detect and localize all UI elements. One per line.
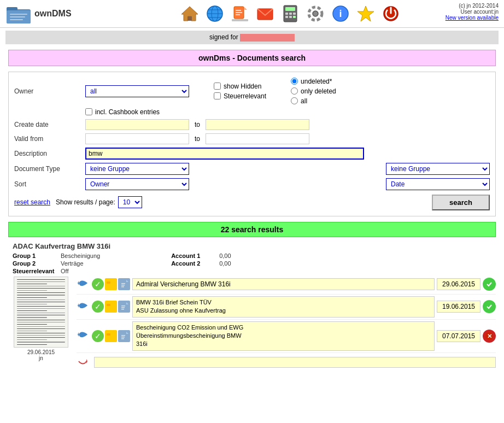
- search-form: Owner all show Hidden Steuerrelevant: [8, 72, 496, 216]
- group2-value: Verträge: [61, 260, 84, 267]
- item-name-3-line2: Übereinstimmungsbescheinigung BMW: [136, 332, 431, 340]
- first-result-header: ADAC Kaufvertrag BMW 316i Group 1 Besche…: [8, 240, 496, 277]
- description-input[interactable]: [85, 148, 364, 160]
- item-folder-icon-3[interactable]: [105, 330, 117, 342]
- item-arrow-2[interactable]: [77, 299, 90, 315]
- undeleted-radio[interactable]: [291, 78, 298, 85]
- item-check-icon-2[interactable]: ✓: [92, 301, 104, 313]
- document-thumbnail[interactable]: [14, 277, 68, 348]
- account1-key: Account 1: [171, 252, 215, 259]
- valid-from-to-label: to: [195, 135, 200, 143]
- svg-marker-14: [244, 7, 247, 10]
- nav-icons: i: [83, 4, 499, 24]
- scan-nav-icon[interactable]: [230, 4, 250, 24]
- page-title: ownDms - Documents search: [8, 50, 496, 66]
- calculator-nav-icon[interactable]: [280, 4, 300, 24]
- all-radio[interactable]: [291, 97, 298, 104]
- search-button[interactable]: search: [432, 195, 490, 210]
- item-name-1[interactable]: Admiral Versicherung BMW 316i: [132, 278, 435, 290]
- item-icons-2: ✓: [92, 301, 130, 313]
- svg-rect-18: [232, 19, 248, 21]
- owner-select[interactable]: all: [85, 85, 189, 97]
- steuerrelevant-checkbox[interactable]: [214, 92, 221, 99]
- item-action-1[interactable]: [483, 278, 496, 291]
- only-deleted-radio-row: only deleted: [291, 87, 336, 95]
- item-arrow-1[interactable]: [77, 277, 90, 292]
- item-doc-icon-3[interactable]: [118, 330, 130, 342]
- items-column: ✓: [77, 277, 496, 374]
- new-version-link[interactable]: New version available: [446, 15, 499, 21]
- svg-rect-7: [187, 16, 192, 21]
- results-container: 29.06.2015 jn ✓: [8, 277, 496, 374]
- item-name-3[interactable]: Bescheinigung CO2 Emission und EWG Übere…: [132, 321, 435, 351]
- item-folder-icon-1[interactable]: [105, 278, 117, 290]
- steuerrelevant-meta-key: Steuerrelevant: [13, 268, 56, 274]
- create-date-to-input[interactable]: [206, 119, 309, 130]
- show-hidden-label: show Hidden: [224, 83, 261, 90]
- sort-left-select[interactable]: Owner: [85, 178, 189, 190]
- item-icons-3: ✓: [92, 330, 130, 342]
- show-results-label: Show results / page:: [56, 198, 115, 206]
- item-check-icon-1[interactable]: ✓: [92, 278, 104, 290]
- star-nav-icon[interactable]: [356, 4, 376, 24]
- svg-marker-34: [78, 281, 79, 285]
- undeleted-label: undeleted*: [301, 78, 332, 85]
- item-date-3: 07.07.2015: [437, 330, 480, 342]
- reset-search-link[interactable]: reset search: [14, 198, 50, 206]
- valid-to-input[interactable]: [206, 133, 309, 144]
- delete-status-radio-area: undeleted* only deleted all: [291, 78, 336, 105]
- show-hidden-checkbox[interactable]: [214, 83, 221, 90]
- svg-rect-5: [10, 19, 23, 20]
- header: ownDMS: [0, 0, 504, 28]
- create-date-from-input[interactable]: [85, 119, 189, 130]
- group1-key: Group 1: [13, 252, 56, 259]
- item-icons-1: ✓: [92, 278, 130, 290]
- cashbook-checkbox[interactable]: [85, 108, 92, 115]
- only-deleted-label: only deleted: [301, 87, 336, 95]
- undeleted-radio-row: undeleted*: [291, 78, 336, 85]
- item-date-2: 19.06.2015: [437, 301, 480, 313]
- main-content: ownDms - Documents search Owner all show…: [0, 47, 504, 377]
- cashbook-label: incl. Cashbook entries: [95, 108, 160, 116]
- item-action-2[interactable]: [483, 300, 496, 313]
- item-doc-icon-2[interactable]: [118, 301, 130, 313]
- svg-rect-24: [293, 13, 296, 15]
- description-label: Description: [14, 150, 85, 157]
- svg-rect-41: [121, 286, 124, 287]
- all-radio-row: all: [291, 97, 336, 105]
- item-action-3[interactable]: ✕: [483, 330, 496, 343]
- item-folder-icon-2[interactable]: [105, 301, 117, 313]
- settings-nav-icon[interactable]: [306, 4, 325, 24]
- group2-row: Group 2 Verträge: [13, 260, 100, 267]
- logout-nav-icon[interactable]: [381, 4, 401, 24]
- svg-rect-23: [289, 13, 292, 15]
- valid-from-input[interactable]: [85, 133, 189, 144]
- valid-from-label: Valid from: [14, 135, 85, 143]
- item-arrow-3[interactable]: [77, 328, 90, 344]
- steuerrelevant-meta-value: Off: [61, 268, 68, 274]
- item-check-icon-3[interactable]: ✓: [92, 330, 104, 342]
- home-nav-icon[interactable]: [180, 4, 200, 24]
- only-deleted-radio[interactable]: [291, 87, 298, 95]
- result-item-3: ✓: [77, 321, 496, 353]
- cashbook-checkbox-row: incl. Cashbook entries: [85, 108, 160, 116]
- item-name-2[interactable]: BMW 316i Brief Schein TÜV ASU Zulassung …: [132, 296, 435, 318]
- steuerrelevant-label: Steuerrelevant: [224, 92, 266, 100]
- item-arrow-4[interactable]: [77, 355, 90, 371]
- account2-row: Account 2 0,00: [171, 260, 231, 267]
- globe-nav-icon[interactable]: [205, 4, 225, 24]
- email-nav-icon[interactable]: [255, 4, 275, 24]
- item-name-4[interactable]: [94, 357, 496, 368]
- sort-right-select[interactable]: Date: [386, 178, 490, 190]
- logo-folder-icon: [5, 3, 32, 25]
- item-name-2-line1: BMW 316i Brief Schein TÜV: [136, 298, 431, 307]
- doc-type-left-select[interactable]: keine Gruppe: [85, 163, 189, 175]
- item-doc-icon-1[interactable]: [118, 278, 130, 290]
- doc-type-right-select[interactable]: keine Gruppe: [386, 163, 490, 175]
- info-nav-icon[interactable]: i: [331, 4, 350, 24]
- svg-rect-22: [285, 13, 288, 15]
- results-per-page-select[interactable]: 10: [118, 196, 142, 208]
- svg-rect-45: [107, 304, 110, 306]
- doc-type-label: Document Type: [14, 165, 85, 173]
- result-item-2: ✓: [77, 296, 496, 320]
